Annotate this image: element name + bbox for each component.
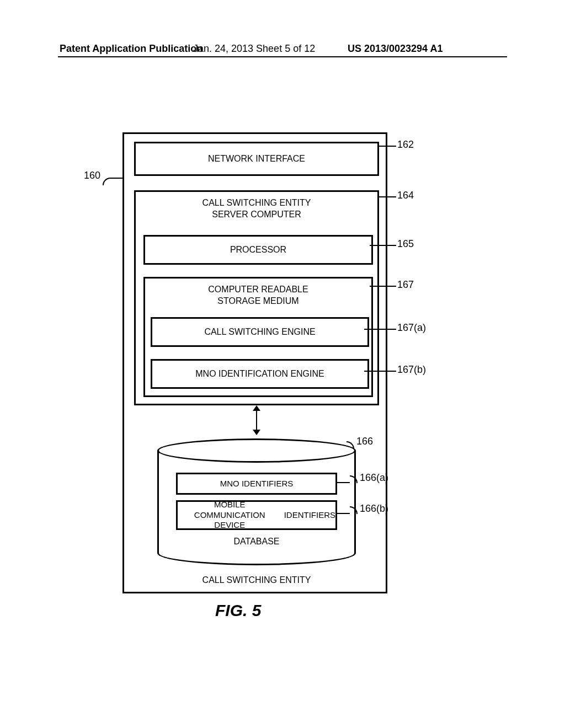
leader-167b: [364, 371, 396, 372]
ref-166: 166: [356, 436, 373, 447]
header-mid: Jan. 24, 2013 Sheet 5 of 12: [193, 43, 315, 55]
ref-166a: 166(a): [360, 472, 388, 484]
network-interface-box: NETWORK INTERFACE: [134, 142, 379, 176]
mcd-identifiers-l1: MOBILE COMMUNICATION DEVICE: [178, 500, 281, 531]
server-computer-l2: SERVER COMPUTER: [212, 210, 301, 219]
storage-medium-box: COMPUTER READABLE STORAGE MEDIUM CALL SW…: [143, 277, 373, 397]
leader-167: [370, 286, 396, 287]
mcd-identifiers-box: MOBILE COMMUNICATION DEVICE IDENTIFIERS: [176, 500, 337, 530]
call-switching-engine-label: CALL SWITCHING ENGINE: [204, 327, 315, 337]
processor-label: PROCESSOR: [230, 245, 286, 255]
arrowhead-down-icon: [253, 430, 260, 435]
leader-162: [377, 146, 396, 147]
ref-165: 165: [397, 238, 414, 250]
storage-medium-label: COMPUTER READABLE STORAGE MEDIUM: [145, 284, 371, 307]
server-computer-l1: CALL SWITCHING ENTITY: [202, 198, 311, 207]
leader-167a: [364, 329, 396, 330]
ref-167: 167: [397, 279, 414, 291]
database-label: DATABASE: [157, 537, 356, 547]
ref-167b: 167(b): [397, 364, 426, 376]
processor-box: PROCESSOR: [143, 235, 373, 265]
header-right: US 2013/0023294 A1: [348, 43, 443, 55]
ref-167a: 167(a): [397, 322, 426, 334]
leader-160: [103, 178, 110, 185]
mno-id-engine-box: MNO IDENTIFICATION ENGINE: [151, 359, 369, 389]
mno-identifiers-label: MNO IDENTIFIERS: [220, 479, 294, 489]
db-top: [157, 438, 356, 463]
call-switching-engine-box: CALL SWITCHING ENGINE: [151, 317, 369, 347]
crsm-l2: STORAGE MEDIUM: [217, 296, 299, 306]
ref-164: 164: [397, 190, 414, 201]
server-computer-box: CALL SWITCHING ENTITY SERVER COMPUTER PR…: [134, 190, 379, 405]
figure-label: FIG. 5: [215, 601, 261, 620]
leader-165: [370, 245, 396, 246]
header-rule: [58, 56, 507, 57]
bidirectional-arrow: [254, 405, 259, 435]
arrow-shaft: [256, 410, 257, 431]
call-switching-entity-label: CALL SWITCHING ENTITY: [124, 575, 389, 585]
ref-160: 160: [84, 170, 100, 181]
network-interface-label: NETWORK INTERFACE: [208, 154, 305, 164]
mcd-identifiers-l2: IDENTIFIERS: [284, 510, 335, 521]
ref-162: 162: [397, 139, 414, 151]
header-left: Patent Application Publication: [60, 43, 202, 55]
leader-160-line: [110, 178, 122, 179]
database-cylinder: MNO IDENTIFIERS MOBILE COMMUNICATION DEV…: [157, 438, 356, 563]
leader-164: [377, 196, 396, 197]
server-computer-label: CALL SWITCHING ENTITY SERVER COMPUTER: [136, 197, 377, 221]
ref-166b: 166(b): [360, 503, 388, 515]
crsm-l1: COMPUTER READABLE: [208, 285, 308, 294]
page: Patent Application Publication Jan. 24, …: [0, 0, 565, 728]
mno-identifiers-box: MNO IDENTIFIERS: [176, 473, 337, 495]
mno-id-engine-label: MNO IDENTIFICATION ENGINE: [195, 369, 324, 379]
call-switching-entity-box: NETWORK INTERFACE CALL SWITCHING ENTITY …: [122, 132, 387, 593]
